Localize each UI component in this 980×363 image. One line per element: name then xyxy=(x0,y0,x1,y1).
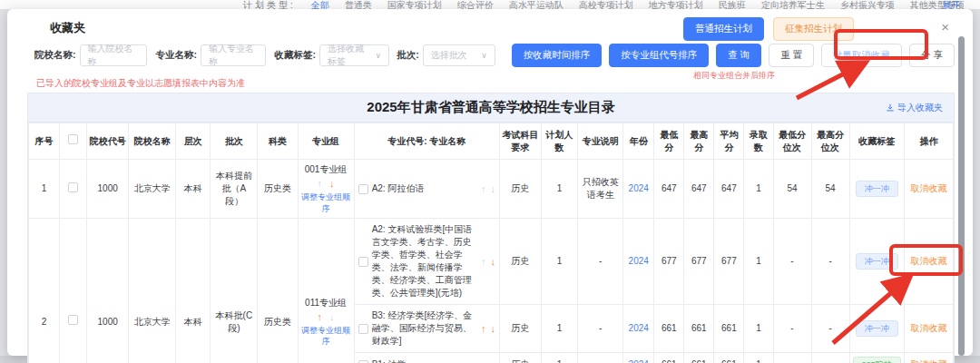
year-link[interactable]: 2024 xyxy=(629,183,649,193)
college-name-input[interactable]: 输入院校名称 xyxy=(80,44,147,66)
batch-cancel-favorite-button[interactable]: 批量取消收藏 xyxy=(821,44,902,67)
cancel-favorite-link[interactable]: 取消收藏 xyxy=(910,256,946,266)
import-favorites-link[interactable]: 导入收藏夹 xyxy=(886,102,943,114)
normal-plan-button[interactable]: 普通招生计划 xyxy=(683,17,764,41)
major-move-up-icon[interactable]: ↑ xyxy=(481,257,486,267)
cancel-favorite-link[interactable]: 取消收藏 xyxy=(910,359,946,363)
catalog-table: 2025年甘肃省普通高等学校招生专业目录 导入收藏夹 序号 xyxy=(27,93,955,363)
group-move-up-icon[interactable]: ↑ xyxy=(318,312,323,322)
adjust-group-order-link[interactable]: 调整专业组顺序 xyxy=(301,325,351,348)
header-seq: 序号 xyxy=(29,123,60,160)
major-checkbox[interactable] xyxy=(358,184,368,194)
max-rank-cell: 54 xyxy=(811,160,849,219)
header-major-name: 专业代号: 专业名称 xyxy=(354,123,499,160)
year-link[interactable]: 2024 xyxy=(629,359,649,363)
header-plan-count: 计划人数 xyxy=(542,123,578,160)
major-checkbox[interactable] xyxy=(358,324,368,334)
reset-button[interactable]: 重 置 xyxy=(769,44,814,67)
select-all-checkbox[interactable] xyxy=(68,134,78,144)
header-major-note: 专业说明 xyxy=(578,123,623,160)
backdrop-nav-item[interactable]: 地方专项计划 xyxy=(649,0,703,9)
tag-filter-select[interactable]: 选择收藏标签 ∨ xyxy=(319,44,389,66)
major-note-cell: 只招收英语考生 xyxy=(578,160,623,219)
backdrop-nav-item[interactable]: 全部 xyxy=(311,0,329,9)
backdrop-nav-item[interactable]: 高校专项计划 xyxy=(579,0,633,9)
year-link[interactable]: 2024 xyxy=(629,256,649,266)
adjust-group-order-link[interactable]: 调整专业组顺序 xyxy=(301,191,351,214)
table-title-bar: 2025年甘肃省普通高等学校招生专业目录 导入收藏夹 xyxy=(28,93,954,123)
group-move-up-icon[interactable]: ↑ xyxy=(318,179,323,189)
max-rank-cell: - xyxy=(811,305,849,353)
plan-count-cell: 1 xyxy=(542,305,578,353)
college-code: 1000 xyxy=(87,160,129,219)
college-checkbox[interactable] xyxy=(68,315,78,325)
max-score-cell: 661 xyxy=(684,353,714,363)
admit-count-cell: 1 xyxy=(744,160,773,219)
table-title: 2025年甘肃省普通高等学校招生专业目录 xyxy=(367,99,614,116)
avg-score-cell: 661 xyxy=(714,353,744,363)
major-move-down-icon[interactable]: ↓ xyxy=(490,184,495,194)
major-name: A2: 阿拉伯语 xyxy=(372,182,477,195)
batch-cell: 本科批(C段) xyxy=(211,219,258,363)
table-header-row: 序号 院校代号 院校名称 层次 批次 科类 专业组 专业代号: 专业名称 考试科… xyxy=(29,123,954,160)
subject-req-cell: 历史 xyxy=(499,305,541,353)
header-max-score: 最高分 xyxy=(684,123,714,160)
college-checkbox[interactable] xyxy=(68,182,78,192)
backdrop-nav: 计划类型: 全部 普通类 国家专项计划 综合评价 高水平运动队 高校专项计划 地… xyxy=(243,0,965,9)
min-rank-cell: - xyxy=(773,353,811,363)
import-note: 已导入的院校专业组及专业以志愿填报表中内容为准 xyxy=(36,77,245,90)
backdrop-nav-item[interactable]: 乡村振兴专项 xyxy=(840,0,895,9)
search-button[interactable]: 查 询 xyxy=(716,44,761,67)
header-tag: 收藏标签 xyxy=(849,123,904,160)
batch-filter-select[interactable]: 选择批次 ∨ xyxy=(423,44,495,66)
college-checkbox-cell xyxy=(60,160,87,219)
backdrop-nav-item[interactable]: 民族班 xyxy=(719,0,746,9)
backdrop-nav-item[interactable]: 综合评价 xyxy=(457,0,494,9)
favorite-tag-badge: 985院校 xyxy=(853,357,901,363)
filter-bar: 院校名称: 输入院校名称 专业名称: 输入专业名称 收藏标签: 选择收藏标签 ∨… xyxy=(34,44,955,67)
download-icon xyxy=(886,103,895,113)
major-move-down-icon[interactable]: ↓ xyxy=(490,257,495,267)
header-level: 层次 xyxy=(176,123,211,160)
favorite-tag-badge: 冲一冲 xyxy=(856,320,898,338)
major-move-up-icon[interactable]: ↑ xyxy=(481,184,486,194)
major-name-cell: A2: 阿拉伯语 ↑ ↓ xyxy=(354,160,499,219)
major-checkbox[interactable] xyxy=(358,257,368,267)
college-name: 北京大学 xyxy=(129,219,176,363)
sort-by-time-button[interactable]: 按收藏时间排序 xyxy=(512,44,603,67)
major-name-cell: B1: 法学 ↑ ↓ xyxy=(354,353,499,363)
group-move-down-icon[interactable]: ↓ xyxy=(329,179,335,189)
year-link[interactable]: 2024 xyxy=(629,323,649,333)
backdrop-nav-item[interactable]: 高水平运动队 xyxy=(509,0,564,9)
min-rank-cell: - xyxy=(773,305,811,353)
cancel-favorite-link-highlighted[interactable]: 取消收藏 xyxy=(910,323,946,333)
avg-score-cell: 661 xyxy=(714,305,744,353)
backdrop-nav-item[interactable]: 普通类 xyxy=(345,0,372,9)
import-favorites-label: 导入收藏夹 xyxy=(897,102,943,114)
major-name-cell: B3: 经济学类[经济学、金融学、国际经济与贸易、财政学] ↑ ↓ xyxy=(354,305,499,353)
min-rank-cell: - xyxy=(773,219,811,305)
favorite-tag-badge: 冲一冲 xyxy=(856,253,898,270)
favorites-dialog: 收藏夹 普通招生计划 征集招生计划 × 院校名称: 输入院校名称 专业名称: 输… xyxy=(7,9,973,356)
chevron-down-icon: ∨ xyxy=(475,51,487,60)
collect-plan-button[interactable]: 征集招生计划 xyxy=(773,17,854,41)
major-move-up-icon[interactable]: ↑ xyxy=(481,324,486,334)
backdrop-nav-item[interactable]: 国家专项计划 xyxy=(387,0,442,9)
major-name-placeholder: 输入专业名称 xyxy=(209,43,258,68)
chevron-down-icon: ∨ xyxy=(369,51,381,60)
table-row: 1 1000 北京大学 本科 本科提前批（A段） 历史类 001专业组 ↑ ↓ xyxy=(29,160,954,219)
backdrop-nav-item[interactable]: 定向培养军士生 xyxy=(761,0,825,9)
major-name-input[interactable]: 输入专业名称 xyxy=(201,44,266,66)
backdrop-expand-link[interactable]: 展开 xyxy=(942,0,960,9)
share-button[interactable]: 分 享 xyxy=(909,44,955,67)
close-icon[interactable]: × xyxy=(941,20,949,34)
batch-filter-placeholder: 选择批次 xyxy=(431,49,467,62)
header-min-score: 最低分 xyxy=(654,123,684,160)
avg-score-cell: 677 xyxy=(714,219,744,305)
cancel-favorite-link[interactable]: 取消收藏 xyxy=(910,183,946,193)
max-score-cell: 677 xyxy=(684,219,714,305)
dialog-scrollbar[interactable] xyxy=(958,36,965,356)
major-move-down-icon[interactable]: ↓ xyxy=(490,324,495,334)
group-move-down-icon[interactable]: ↓ xyxy=(329,312,335,322)
sort-by-group-code-button[interactable]: 按专业组代号排序 xyxy=(609,44,709,67)
